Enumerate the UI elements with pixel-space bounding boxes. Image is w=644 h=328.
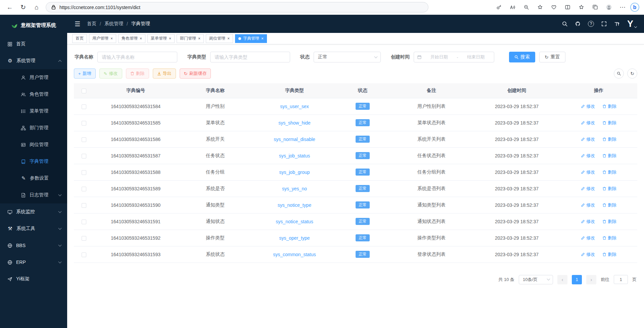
- sidebar-item-erp[interactable]: ERP: [0, 254, 67, 271]
- home-button[interactable]: ⌂: [30, 2, 43, 13]
- toggle-search-button[interactable]: [614, 68, 624, 79]
- row-delete-button[interactable]: 删除: [602, 169, 616, 175]
- select-all-checkbox[interactable]: [82, 89, 86, 93]
- tab-post-mgmt[interactable]: 岗位管理 ×: [206, 34, 233, 43]
- tab-close-icon[interactable]: ×: [110, 37, 113, 41]
- read-aloud-button[interactable]: [506, 2, 518, 13]
- tab-dept-mgmt[interactable]: 部门管理 ×: [177, 34, 204, 43]
- current-page-button[interactable]: 1: [572, 275, 582, 284]
- date-range-picker[interactable]: 开始日期 - 结束日期: [414, 52, 494, 62]
- help-icon[interactable]: ?: [588, 21, 594, 27]
- search-button[interactable]: 搜索: [509, 52, 535, 62]
- status-select[interactable]: 正常: [314, 52, 381, 62]
- sidebar-toggle-button[interactable]: ☰: [75, 20, 80, 28]
- sidebar-item-post-mgmt[interactable]: 岗位管理: [0, 136, 67, 153]
- sidebar-item-role-mgmt[interactable]: 角色管理: [0, 86, 67, 103]
- delete-button[interactable]: 删除: [126, 68, 149, 79]
- app-logo[interactable]: 意框架管理系统: [0, 15, 67, 36]
- edit-button[interactable]: ✎ 修改: [99, 68, 122, 79]
- dict-type-link[interactable]: sys_yes_no: [282, 186, 307, 191]
- dict-name-input[interactable]: [97, 52, 177, 62]
- sidebar-item-dept-mgmt[interactable]: 部门管理: [0, 120, 67, 136]
- tab-dict-mgmt[interactable]: 字典管理 ×: [235, 34, 267, 43]
- dict-type-link[interactable]: sys_notice_type: [278, 202, 311, 208]
- sidebar-item-yi-framework[interactable]: Yi框架: [0, 271, 67, 287]
- sidebar-item-system-mgmt[interactable]: ⚙ 系统管理: [0, 52, 67, 69]
- dict-type-input[interactable]: [210, 52, 290, 62]
- row-delete-button[interactable]: 删除: [602, 153, 616, 159]
- row-checkbox[interactable]: [82, 203, 86, 208]
- copilot-bing-button[interactable]: b: [630, 3, 639, 12]
- prev-page-button[interactable]: ‹: [557, 275, 567, 284]
- tab-close-icon[interactable]: ×: [261, 37, 264, 41]
- tab-close-icon[interactable]: ×: [198, 37, 200, 41]
- split-screen-button[interactable]: [561, 2, 573, 13]
- zoom-button[interactable]: [520, 2, 532, 13]
- sidebar-item-bbs[interactable]: BBS: [0, 237, 67, 254]
- tab-user-mgmt[interactable]: 用户管理 ×: [89, 34, 116, 43]
- dict-type-link[interactable]: sys_normal_disable: [274, 137, 315, 142]
- dict-type-link[interactable]: sys_job_status: [279, 153, 310, 158]
- next-page-button[interactable]: ›: [586, 275, 596, 284]
- row-delete-button[interactable]: 删除: [602, 103, 616, 109]
- row-delete-button[interactable]: 删除: [602, 202, 616, 208]
- user-menu[interactable]: Y: [627, 19, 637, 29]
- browser-essentials-button[interactable]: [548, 2, 560, 13]
- github-button[interactable]: [575, 21, 581, 27]
- address-bar[interactable]: https://ccnetcore.com:1101/system/dict: [46, 2, 428, 12]
- header-search-button[interactable]: [562, 21, 568, 27]
- row-edit-button[interactable]: 修改: [581, 251, 595, 257]
- tab-home[interactable]: 首页: [72, 34, 87, 43]
- dict-type-link[interactable]: sys_show_hide: [278, 120, 311, 126]
- add-button[interactable]: + 新增: [74, 68, 96, 79]
- tab-close-icon[interactable]: ×: [227, 37, 230, 41]
- collections-button[interactable]: [589, 2, 601, 13]
- row-delete-button[interactable]: 删除: [602, 120, 616, 126]
- font-size-button[interactable]: [614, 21, 620, 27]
- sidebar-item-system-tools[interactable]: ⚒ 系统工具: [0, 220, 67, 237]
- row-delete-button[interactable]: 删除: [602, 235, 616, 241]
- sidebar-item-dict-mgmt[interactable]: 字典管理: [0, 153, 67, 170]
- tab-role-mgmt[interactable]: 角色管理 ×: [118, 34, 145, 43]
- sidebar-item-menu-mgmt[interactable]: 菜单管理: [0, 103, 67, 120]
- dict-type-link[interactable]: sys_job_group: [279, 170, 310, 175]
- dict-type-link[interactable]: sys_oper_type: [279, 235, 310, 241]
- export-button[interactable]: 导出: [153, 68, 176, 79]
- row-delete-button[interactable]: 删除: [602, 251, 616, 257]
- sidebar-item-param-settings[interactable]: ✎ 参数设置: [0, 170, 67, 187]
- row-delete-button[interactable]: 删除: [602, 186, 616, 192]
- dict-type-link[interactable]: sys_notice_status: [276, 219, 313, 224]
- row-edit-button[interactable]: 修改: [581, 235, 595, 241]
- favorites-add-button[interactable]: [534, 2, 546, 13]
- back-button[interactable]: ←: [3, 2, 16, 13]
- refresh-cache-button[interactable]: ↻ 刷新缓存: [180, 68, 211, 79]
- row-edit-button[interactable]: 修改: [581, 153, 595, 159]
- sidebar-item-home[interactable]: 首页: [0, 36, 67, 52]
- breadcrumb-home[interactable]: 首页: [87, 21, 96, 27]
- row-checkbox[interactable]: [82, 236, 86, 241]
- sidebar-item-system-monitor[interactable]: 系统监控: [0, 203, 67, 220]
- row-checkbox[interactable]: [82, 187, 86, 191]
- row-checkbox[interactable]: [82, 154, 86, 158]
- row-checkbox[interactable]: [82, 252, 86, 257]
- row-edit-button[interactable]: 修改: [581, 202, 595, 208]
- dict-type-link[interactable]: sys_common_status: [273, 252, 316, 257]
- sidebar-item-log-mgmt[interactable]: 日志管理: [0, 187, 67, 203]
- refresh-table-button[interactable]: ↻: [627, 68, 637, 79]
- row-edit-button[interactable]: 修改: [581, 103, 595, 109]
- row-edit-button[interactable]: 修改: [581, 169, 595, 175]
- favorites-button[interactable]: [575, 2, 587, 13]
- row-edit-button[interactable]: 修改: [581, 120, 595, 126]
- reload-button[interactable]: ↻: [17, 2, 30, 13]
- row-checkbox[interactable]: [82, 220, 86, 224]
- row-delete-button[interactable]: 删除: [602, 136, 616, 142]
- goto-page-input[interactable]: [614, 275, 628, 284]
- row-checkbox[interactable]: [82, 104, 86, 109]
- row-checkbox[interactable]: [82, 121, 86, 126]
- tab-menu-mgmt[interactable]: 菜单管理 ×: [147, 34, 175, 43]
- row-delete-button[interactable]: 删除: [602, 219, 616, 225]
- fullscreen-button[interactable]: [601, 21, 607, 27]
- row-checkbox[interactable]: [82, 170, 86, 175]
- reset-button[interactable]: ↻ 重置: [539, 52, 565, 62]
- page-size-select[interactable]: 10条/页: [519, 275, 553, 284]
